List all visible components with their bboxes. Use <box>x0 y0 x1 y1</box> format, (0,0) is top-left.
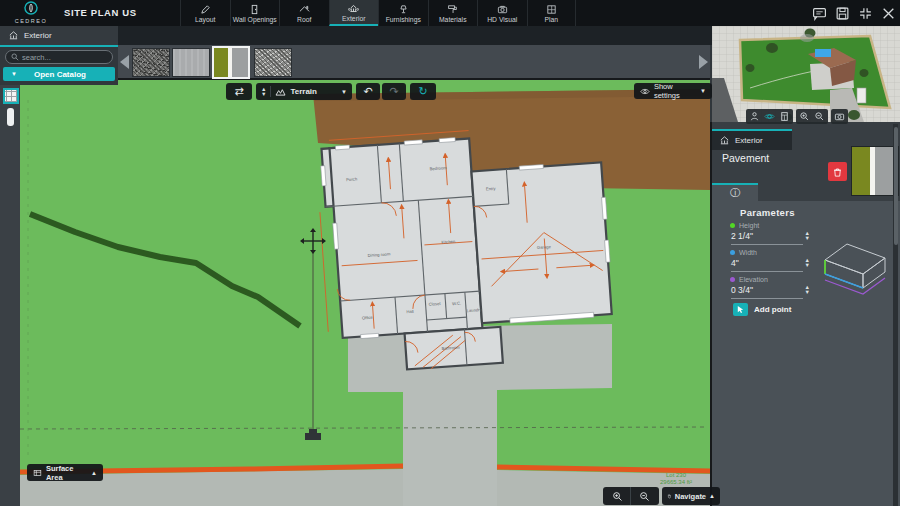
height-input[interactable]: 2 1/4" <box>731 231 803 245</box>
material-swatch-tool[interactable] <box>3 88 19 104</box>
show-settings-label: Show settings <box>654 82 696 100</box>
width-input[interactable]: 4" <box>731 258 803 272</box>
terrain-dropdown[interactable]: ▲▼ Terrain ▼ <box>256 83 352 100</box>
selected-material-thumbnail[interactable] <box>851 146 899 196</box>
comment-icon[interactable] <box>812 6 827 21</box>
info-tab[interactable]: ⓘ <box>712 183 758 201</box>
caret-down-icon: ▼ <box>11 71 17 77</box>
pavement-diagram <box>813 230 895 315</box>
add-point-label: Add point <box>754 305 791 314</box>
snapshot-camera-icon[interactable] <box>834 111 845 122</box>
scrollbar-thumb[interactable] <box>894 127 898 245</box>
hand-icon <box>667 491 672 501</box>
tab-hd-visual[interactable]: HD Visual <box>477 0 527 26</box>
house-icon <box>719 135 730 146</box>
caret-up-icon: ▲ <box>91 470 97 476</box>
caret-up-icon: ▲ <box>709 493 715 499</box>
cedreo-logo-icon <box>24 1 38 15</box>
selection-title: Pavement <box>722 152 769 164</box>
room-label: Hall <box>406 309 414 314</box>
save-icon[interactable] <box>835 6 850 21</box>
tab-layout[interactable]: Layout <box>180 0 230 26</box>
height-field: Height 2 1/4" ▲▼ <box>730 222 806 247</box>
redo-button[interactable]: ↷ <box>382 83 406 100</box>
site-plan-canvas[interactable]: PorchBedroomDining roomKitchenGarageEntr… <box>20 80 710 506</box>
plan-view-icon[interactable] <box>779 111 790 122</box>
sync-button[interactable]: ↻ <box>410 83 436 100</box>
tool-handle[interactable] <box>7 108 14 126</box>
zoom-in-icon[interactable] <box>799 111 810 122</box>
height-dot <box>730 223 735 228</box>
tab-furnishings[interactable]: Furnishings <box>378 0 428 26</box>
terrain-icon <box>275 87 286 96</box>
info-icon: ⓘ <box>730 186 740 200</box>
width-stepper[interactable]: ▲▼ <box>805 258 810 267</box>
blueprint-icon <box>546 4 557 15</box>
open-catalog-button[interactable]: ▼ Open Catalog <box>3 67 115 81</box>
undo-icon: ↶ <box>363 86 372 97</box>
navigate-label: Navigate <box>675 492 706 501</box>
parameters-title: Parameters <box>740 207 795 218</box>
3d-preview[interactable] <box>712 26 900 122</box>
sidebar-tab-exterior[interactable]: Exterior <box>0 26 118 45</box>
house-trees-icon <box>348 3 359 14</box>
search-icon <box>11 53 19 61</box>
tab-materials[interactable]: Materials <box>428 0 478 26</box>
search-box <box>5 50 113 64</box>
topbar: CEDREO SITE PLAN US Layout Wall Openings… <box>0 0 900 26</box>
swap-view-button[interactable]: ⇄ <box>226 83 252 100</box>
project-title: SITE PLAN US <box>64 7 137 18</box>
paint-roller-icon <box>447 4 458 15</box>
lot-area: 29665.34 ft² <box>642 479 710 486</box>
undo-button[interactable]: ↶ <box>356 83 380 100</box>
elevation-input[interactable]: 0 3/4" <box>731 285 803 299</box>
terrain-label: Terrain <box>290 87 317 96</box>
collapse-icon[interactable] <box>858 6 873 21</box>
zoom-controls <box>603 487 659 505</box>
tab-exterior[interactable]: Exterior <box>329 0 379 26</box>
zoom-out-button[interactable] <box>631 487 658 505</box>
material-thumb-concrete[interactable] <box>172 48 210 77</box>
zoom-out-icon[interactable] <box>814 111 825 122</box>
tab-roof[interactable]: Roof <box>279 0 329 26</box>
table-icon <box>33 468 42 478</box>
application-window: CEDREO SITE PLAN US Layout Wall Openings… <box>0 0 900 506</box>
material-thumb-grass-curb-selected[interactable] <box>212 46 250 79</box>
swap-icon: ⇄ <box>234 86 243 97</box>
roof-icon <box>299 4 310 15</box>
add-point-button[interactable]: Add point <box>733 302 791 317</box>
height-stepper[interactable]: ▲▼ <box>805 231 810 240</box>
room-label: Entry <box>486 186 497 192</box>
tab-plan[interactable]: Plan <box>527 0 577 26</box>
tab-wall-openings[interactable]: Wall Openings <box>230 0 280 26</box>
show-settings-button[interactable]: Show settings ▼ <box>634 83 712 99</box>
navigate-button[interactable]: Navigate ▲ <box>662 487 720 505</box>
sync-icon: ↻ <box>418 86 427 97</box>
search-input[interactable] <box>22 53 102 62</box>
pencil-icon <box>200 4 211 15</box>
orbit-view-icon[interactable] <box>764 111 775 122</box>
lamp-icon <box>398 4 409 15</box>
sidebar-tab-label: Exterior <box>24 31 52 40</box>
material-thumb-gravel-light[interactable] <box>254 48 292 77</box>
room-label: Porch <box>346 176 358 182</box>
room-label: Kitchen <box>441 239 456 245</box>
right-panel-tab-label: Exterior <box>735 136 763 145</box>
person-view-icon[interactable] <box>749 111 760 122</box>
scroll-left-icon[interactable] <box>120 55 129 69</box>
main-tabs: Layout Wall Openings Roof Exterior Furni… <box>180 0 576 26</box>
elevation-stepper[interactable]: ▲▼ <box>805 285 810 294</box>
elevation-dot <box>730 277 735 282</box>
preview-toolbar <box>746 109 848 124</box>
material-thumb-gravel-dark[interactable] <box>132 48 170 77</box>
room-label: Garage <box>537 244 552 250</box>
zoom-out-icon <box>639 491 650 502</box>
surface-area-button[interactable]: Surface Area ▲ <box>27 464 103 481</box>
elevation-field: Elevation 0 3/4" ▲▼ <box>730 276 806 301</box>
scroll-right-icon[interactable] <box>699 55 708 69</box>
delete-button[interactable] <box>828 162 847 181</box>
floor-stepper-icon[interactable]: ▲▼ <box>261 87 266 96</box>
right-panel-tab-exterior[interactable]: Exterior <box>712 129 792 150</box>
close-icon[interactable] <box>881 6 896 21</box>
zoom-in-button[interactable] <box>604 487 631 505</box>
